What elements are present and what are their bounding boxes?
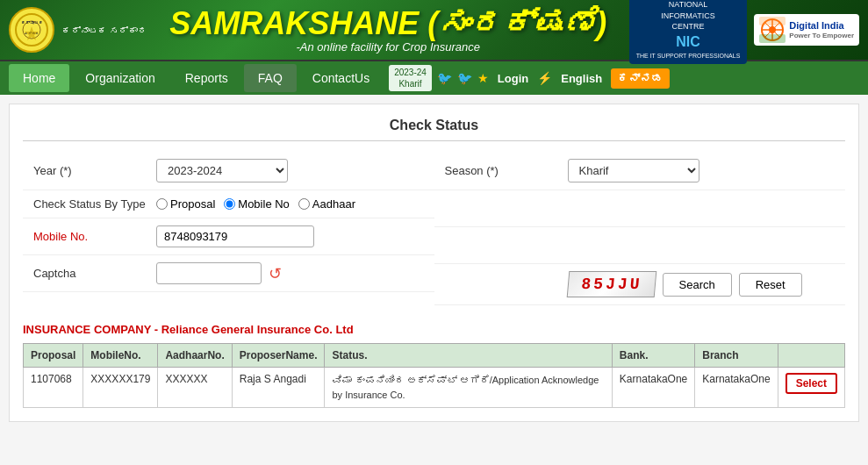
nav-home[interactable]: Home xyxy=(9,64,69,92)
main-content: Check Status Year (*) 2023-2024 2022-202… xyxy=(9,104,859,422)
table-row: 1107068 XXXXXX179 XXXXXX Raja S Angadi ವ… xyxy=(24,368,845,408)
insurance-company-label: INSURANCE COMPANY - Reliance General Ins… xyxy=(23,323,845,336)
header-logo-left: ಕರ್ನಾಟಕ ಸರ್ಕಾರ ಕರ್ನಾಟಕ ಸರ್ಕಾರ xyxy=(9,7,147,53)
year-select[interactable]: 2023-2024 2022-2023 2021-2022 xyxy=(156,159,288,182)
season-select[interactable]: Kharif Rabi xyxy=(568,159,699,182)
nav-faq[interactable]: FAQ xyxy=(244,64,297,92)
select-button[interactable]: Select xyxy=(786,373,837,394)
check-by-type-row: Check Status By Type Proposal Mobile No xyxy=(23,190,434,218)
status-text: ವಿಮಾ ಕಂಪನಿಯಿಂದ ಅಕ್ಸೆಪ್ಟ್ ಆಗಿದೆ/Applicati… xyxy=(332,373,604,402)
check-by-type-label: Check Status By Type xyxy=(33,197,156,211)
radio-mobile-label[interactable]: Mobile No xyxy=(224,197,290,211)
captcha-image-row: 85JJU Search Reset xyxy=(434,264,846,305)
cell-status: ವಿಮಾ ಕಂಪನಿಯಿಂದ ಅಕ್ಸೆಪ್ಟ್ ಆಗಿದೆ/Applicati… xyxy=(325,368,612,408)
login-button[interactable]: Login xyxy=(491,68,535,89)
nav-organization[interactable]: Organization xyxy=(71,64,169,92)
cell-action: Select xyxy=(778,368,844,408)
facebook-icon[interactable]: 🐦 xyxy=(437,71,452,85)
radio-mobile[interactable] xyxy=(224,198,235,210)
mobile-input[interactable] xyxy=(156,225,314,247)
header-banner: ಕರ್ನಾಟಕ ಸರ್ಕಾರ ಕರ್ನಾಟಕ ಸರ್ಕಾರ SAMRAKSHAN… xyxy=(0,0,868,61)
karnataka-emblem: ಕರ್ನಾಟಕ ಸರ್ಕಾರ xyxy=(9,7,54,53)
nic-logo: NATIONAL INFORMATICS CENTRE NIC THE IT S… xyxy=(629,0,748,64)
col-action xyxy=(778,344,844,368)
season-row: Season (*) Kharif Rabi xyxy=(434,152,846,190)
results-table-body: 1107068 XXXXXX179 XXXXXX Raja S Angadi ವ… xyxy=(24,368,845,408)
cell-proposal: 1107068 xyxy=(24,368,83,408)
year-row: Year (*) 2023-2024 2022-2023 2021-2022 xyxy=(23,152,434,190)
lightning-icon: ⚡ xyxy=(537,71,552,85)
svg-rect-11 xyxy=(759,17,786,25)
captcha-row: Captcha ↺ xyxy=(23,255,434,292)
nav-contact[interactable]: ContactUs xyxy=(298,64,384,92)
star-icon[interactable]: ★ xyxy=(477,71,489,85)
col-bank: Bank. xyxy=(612,344,694,368)
radio-proposal[interactable] xyxy=(156,198,168,210)
refresh-captcha-icon[interactable]: ↺ xyxy=(269,264,282,283)
form-left-col: Year (*) 2023-2024 2022-2023 2021-2022 C… xyxy=(23,152,434,305)
header-right: NATIONAL INFORMATICS CENTRE NIC THE IT S… xyxy=(629,0,859,64)
form-right-col: Season (*) Kharif Rabi 85JJU Search xyxy=(434,152,846,305)
header-center: SAMRAKSHANE (ಸಂರಕ್ಷಣೆ) -An online facili… xyxy=(147,6,629,54)
reset-button[interactable]: Reset xyxy=(739,273,802,297)
captcha-action-controls: 85JJU Search Reset xyxy=(568,271,802,297)
col-proposer: ProposerName. xyxy=(232,344,325,368)
results-table: Proposal MobileNo. AadhaarNo. ProposerNa… xyxy=(23,343,845,408)
check-status-title: Check Status xyxy=(23,118,845,141)
navbar: Home Organization Reports FAQ ContactUs … xyxy=(0,61,868,95)
digital-india-text: Digital India Power To Empower xyxy=(789,19,854,41)
search-button[interactable]: Search xyxy=(663,273,732,297)
govt-text: ಕರ್ನಾಟಕ ಸರ್ಕಾರ xyxy=(61,25,147,36)
col-aadhaar: AadhaarNo. xyxy=(158,344,232,368)
cell-bank: KarnatakaOne xyxy=(612,368,694,408)
cell-mobile: XXXXXX179 xyxy=(83,368,158,408)
cell-branch: KarnatakaOne xyxy=(695,368,778,408)
year-control: 2023-2024 2022-2023 2021-2022 xyxy=(156,159,288,182)
year-kharif-badge: 2023-24 Kharif xyxy=(389,65,432,91)
results-header-row: Proposal MobileNo. AadhaarNo. ProposerNa… xyxy=(24,344,845,368)
season-control: Kharif Rabi xyxy=(568,159,699,182)
digital-india-logo: Digital India Power To Empower xyxy=(754,14,859,46)
cell-aadhaar: XXXXXX xyxy=(158,368,232,408)
radio-aadhaar-label[interactable]: Aadhaar xyxy=(298,197,355,211)
col-proposal: Proposal xyxy=(24,344,83,368)
radio-proposal-label[interactable]: Proposal xyxy=(156,197,215,211)
kannada-lang-button[interactable]: ಕನ್ನಡ xyxy=(611,68,670,89)
english-lang-button[interactable]: English xyxy=(554,68,609,89)
captcha-input[interactable] xyxy=(156,262,262,284)
mobile-label: Mobile No. xyxy=(33,230,156,243)
empty-row-1 xyxy=(434,190,846,227)
social-icons: 🐦 🐦 ★ xyxy=(437,71,489,85)
year-label: Year (*) xyxy=(33,164,156,177)
check-status-section: Check Status Year (*) 2023-2024 2022-202… xyxy=(23,118,845,305)
results-section: INSURANCE COMPANY - Reliance General Ins… xyxy=(23,323,845,408)
check-by-type-radios: Proposal Mobile No Aadhaar xyxy=(156,197,355,211)
captcha-controls: ↺ xyxy=(156,262,282,284)
header-title: SAMRAKSHANE (ಸಂರಕ್ಷಣೆ) xyxy=(147,6,629,41)
col-mobile: MobileNo. xyxy=(83,344,158,368)
radio-aadhaar[interactable] xyxy=(298,198,310,210)
empty-row-2 xyxy=(434,227,846,264)
nav-reports[interactable]: Reports xyxy=(171,64,242,92)
results-table-header: Proposal MobileNo. AadhaarNo. ProposerNa… xyxy=(24,344,845,368)
svg-rect-12 xyxy=(759,34,786,43)
col-status: Status. xyxy=(325,344,612,368)
captcha-label: Captcha xyxy=(33,267,156,280)
season-label: Season (*) xyxy=(445,164,568,177)
captcha-image: 85JJU xyxy=(566,271,656,297)
header-subtitle: -An online facility for Crop Insurance xyxy=(147,40,629,54)
twitter-icon[interactable]: 🐦 xyxy=(457,71,472,85)
col-branch: Branch xyxy=(695,344,778,368)
cell-proposer-name: Raja S Angadi xyxy=(232,368,325,408)
svg-text:ಕರ್ನಾಟಕ: ಕರ್ನಾಟಕ xyxy=(21,20,43,25)
mobile-row: Mobile No. xyxy=(23,218,434,255)
check-status-form: Year (*) 2023-2024 2022-2023 2021-2022 C… xyxy=(23,152,845,305)
